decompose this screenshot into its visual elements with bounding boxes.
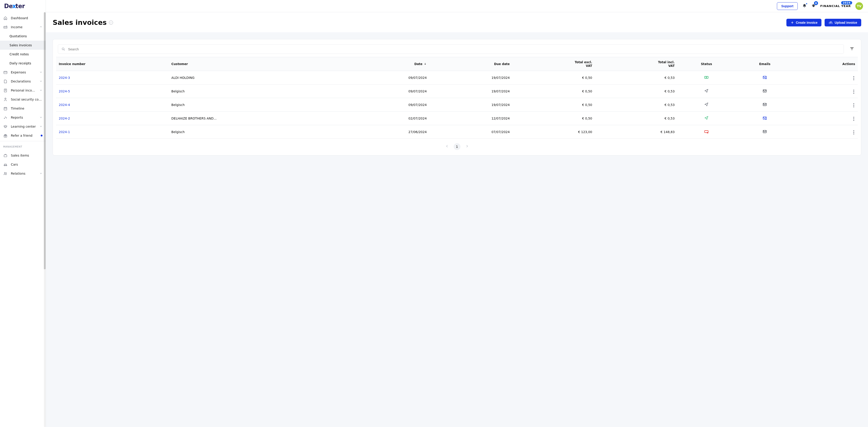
- excl-cell: € 0,50: [513, 111, 595, 125]
- status-cell[interactable]: [704, 129, 709, 134]
- sidebar-subitem-quotations[interactable]: Quotations: [0, 32, 46, 41]
- chevron-down-icon: [39, 70, 42, 74]
- brand-logo[interactable]: Dexter: [0, 0, 46, 12]
- sidebar-item-expenses[interactable]: Expenses: [0, 68, 46, 77]
- person-icon: [3, 97, 8, 101]
- card-icon: [3, 70, 8, 74]
- doc-icon: [3, 88, 8, 92]
- customer-cell: Belgisch: [168, 85, 346, 98]
- filter-icon: [850, 46, 854, 51]
- pager-next[interactable]: [464, 143, 470, 150]
- chevron-down-icon: [39, 172, 42, 175]
- email-action-icon: [763, 116, 767, 120]
- status-paid-icon: [704, 75, 709, 79]
- date-cell: 09/07/2024: [346, 85, 429, 98]
- invoice-link[interactable]: 2024-3: [59, 76, 70, 79]
- chevron-down-icon: [39, 125, 42, 129]
- create-invoice-button[interactable]: Create invoice: [786, 19, 822, 26]
- invoice-link[interactable]: 2024-4: [59, 103, 70, 107]
- sidebar-item-label: Sales items: [11, 154, 42, 157]
- plus-icon: [790, 21, 794, 24]
- invoice-link[interactable]: 2024-2: [59, 117, 70, 120]
- status-cell[interactable]: [704, 89, 709, 93]
- support-button[interactable]: Support: [777, 2, 798, 10]
- learning-icon[interactable]: 0: [811, 3, 816, 8]
- email-cell[interactable]: [763, 75, 767, 79]
- content-area: Invoice number Customer Date Due date To…: [46, 32, 868, 427]
- sidebar-item-refer-a-friend[interactable]: Refer a friend: [0, 131, 46, 140]
- col-customer[interactable]: Customer: [168, 57, 346, 71]
- sidebar-item-reports[interactable]: Reports: [0, 113, 46, 122]
- search-icon: [61, 47, 65, 51]
- people-icon: [3, 171, 8, 175]
- excl-cell: € 0,50: [513, 98, 595, 111]
- sidebar-subitem-daily-receipts[interactable]: Daily receipts: [0, 59, 46, 68]
- row-actions-menu[interactable]: [852, 89, 855, 95]
- row-actions-menu[interactable]: [852, 129, 855, 135]
- pager-page[interactable]: 1: [454, 143, 460, 150]
- status-cell[interactable]: [704, 75, 709, 79]
- sidebar-subitem-credit-notes[interactable]: Credit notes: [0, 50, 46, 59]
- row-actions-menu[interactable]: [852, 102, 855, 108]
- filter-button[interactable]: [848, 45, 856, 54]
- invoices-card: Invoice number Customer Date Due date To…: [53, 39, 861, 156]
- chevron-right-icon: [465, 144, 469, 148]
- row-actions-menu[interactable]: [852, 75, 855, 81]
- sidebar-item-social-security-contr-[interactable]: Social security contr...: [0, 95, 46, 104]
- incl-cell: € 0,53: [595, 111, 677, 125]
- search-input[interactable]: [68, 47, 840, 51]
- customer-cell: DELHAIZE BROTHERS AND...: [168, 111, 346, 125]
- col-excl[interactable]: Total excl. VAT: [513, 57, 595, 71]
- sidebar-item-timeline[interactable]: Timeline: [0, 104, 46, 113]
- col-emails[interactable]: Emails: [736, 57, 794, 71]
- gift-icon: [3, 134, 8, 138]
- sidebar-item-relations[interactable]: Relations: [0, 169, 46, 178]
- col-incl[interactable]: Total incl. VAT: [595, 57, 677, 71]
- financial-year-selector[interactable]: FINANCIAL YEAR 2024: [820, 4, 851, 8]
- excl-cell: € 123,00: [513, 125, 595, 139]
- sidebar-item-cars[interactable]: Cars: [0, 160, 46, 169]
- status-cell[interactable]: [704, 116, 709, 120]
- pager-prev[interactable]: [444, 143, 451, 150]
- customer-cell: ALDI HOLDING: [168, 71, 346, 85]
- col-date[interactable]: Date: [346, 57, 429, 71]
- email-icon: [763, 102, 767, 107]
- col-actions[interactable]: Actions: [794, 57, 858, 71]
- sidebar-item-label: Reports: [11, 116, 36, 119]
- sidebar-scrollbar[interactable]: [44, 12, 46, 427]
- email-cell[interactable]: [763, 129, 767, 134]
- col-due[interactable]: Due date: [430, 57, 513, 71]
- email-cell[interactable]: [763, 102, 767, 107]
- search-field[interactable]: [58, 44, 844, 54]
- sidebar-item-income[interactable]: Income: [0, 23, 46, 32]
- table-row: 2024-4 Belgisch 09/07/2024 19/07/2024 € …: [56, 98, 858, 111]
- info-icon[interactable]: i: [109, 21, 113, 25]
- notifications-bell[interactable]: [802, 3, 807, 8]
- chevron-left-icon: [445, 144, 449, 148]
- briefcase-icon: [3, 154, 8, 158]
- sidebar-item-sales-items[interactable]: Sales items: [0, 151, 46, 160]
- sidebar-item-label: Dashboard: [11, 16, 42, 20]
- fy-label: FINANCIAL YEAR: [820, 4, 851, 8]
- status-cell[interactable]: [704, 102, 709, 107]
- sidebar-subitem-sales-invoices[interactable]: Sales invoices: [0, 41, 46, 50]
- invoice-link[interactable]: 2024-5: [59, 90, 70, 93]
- status-sent-icon: [704, 102, 709, 107]
- sidebar-item-learning-center[interactable]: Learning center: [0, 122, 46, 131]
- col-status[interactable]: Status: [677, 57, 736, 71]
- sidebar-item-declarations[interactable]: Declarations: [0, 77, 46, 86]
- upload-invoice-button[interactable]: Upload invoice: [825, 19, 861, 26]
- sidebar-item-label: Timeline: [11, 107, 42, 110]
- invoice-link[interactable]: 2024-1: [59, 130, 70, 134]
- col-invoice[interactable]: Invoice number: [56, 57, 168, 71]
- email-cell[interactable]: [763, 89, 767, 93]
- learning-badge: 0: [814, 1, 818, 5]
- email-cell[interactable]: [763, 116, 767, 120]
- sidebar-item-dashboard[interactable]: Dashboard: [0, 13, 46, 23]
- avatar[interactable]: TV: [855, 2, 863, 10]
- date-cell: 09/07/2024: [346, 71, 429, 85]
- row-actions-menu[interactable]: [852, 116, 855, 122]
- chevron-down-icon: [39, 89, 42, 92]
- upload-invoice-label: Upload invoice: [835, 21, 857, 24]
- sidebar-item-personal-incom-[interactable]: Personal incom...: [0, 86, 46, 95]
